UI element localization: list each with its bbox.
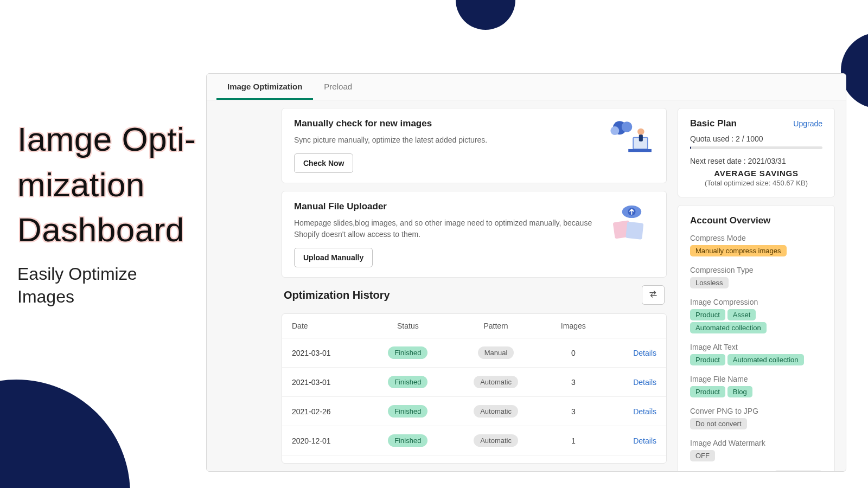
cell-pattern: Automatic xyxy=(450,397,541,426)
col-pattern: Pattern xyxy=(450,314,541,338)
account-overview-card: Account Overview Compress ModeManually c… xyxy=(678,205,835,471)
check-card-desc: Sync picture manually, optimize the late… xyxy=(294,134,595,146)
check-new-images-card: Manually check for new images Sync pictu… xyxy=(282,108,667,183)
average-savings-sub: (Total optimized size: 450.67 KB) xyxy=(690,179,822,187)
page-hero-title: Iamge Opti- mization Dashboard xyxy=(17,117,202,253)
col-action xyxy=(605,314,666,338)
decorative-circle-top xyxy=(456,0,515,30)
overview-row: Conver PNG to JPGDo not convert xyxy=(690,407,822,431)
page-hero-subtitle: Easily Optimize Images xyxy=(17,263,158,308)
table-row: 2021-03-01FinishedManual0Details xyxy=(282,338,666,368)
svg-point-5 xyxy=(637,129,644,135)
next-reset-label: Next reset date : 2021/03/31 xyxy=(690,157,822,165)
table-row: 2021-02-26FinishedAutomatic3Details xyxy=(282,397,666,426)
overview-title: Account Overview xyxy=(690,215,822,226)
history-title: Optimization History xyxy=(284,289,390,301)
details-link[interactable]: Details xyxy=(633,436,656,445)
upload-card-desc: Homepage slides,blog images, and so othe… xyxy=(294,217,595,240)
plan-name: Basic Plan xyxy=(690,118,737,129)
svg-rect-10 xyxy=(626,222,643,240)
cell-date: 2021-03-01 xyxy=(282,368,366,397)
col-date: Date xyxy=(282,314,366,338)
cell-pattern: Automatic xyxy=(450,368,541,397)
overview-row-label: Compression Type xyxy=(690,266,822,274)
quota-progress-bar xyxy=(690,146,822,149)
check-card-illustration xyxy=(604,118,654,162)
overview-tag: Product xyxy=(690,309,725,320)
table-row: 2021-03-01FinishedAutomatic3Details xyxy=(282,368,666,397)
cell-pattern: Manual xyxy=(450,338,541,368)
overview-tag: Do not convert xyxy=(690,418,747,429)
plan-card: Basic Plan Upgrade Quota used : 2 / 1000… xyxy=(678,108,835,197)
overview-row-label: Image Add Watermark xyxy=(690,439,822,447)
cell-date: 2020-12-01 xyxy=(282,426,366,455)
cell-images: 1 xyxy=(541,426,605,455)
overview-row: Image CompressionProductAssetAutomated c… xyxy=(690,298,822,335)
upgrade-link[interactable]: Upgrade xyxy=(793,119,822,128)
overview-row: Image Alt TextProductAutomated collectio… xyxy=(690,343,822,367)
cell-pattern: Automatic xyxy=(450,426,541,455)
cell-date: 2020-12-30 xyxy=(282,455,366,464)
svg-rect-6 xyxy=(639,134,643,141)
overview-row: Compress ModeManually compress images xyxy=(690,234,822,258)
cell-status: Finished xyxy=(366,338,450,368)
overview-tag: Manually compress images xyxy=(690,245,787,256)
cell-pattern: Automatic xyxy=(450,455,541,464)
overview-tag: Asset xyxy=(727,309,756,320)
cell-images: 1 xyxy=(541,455,605,464)
overview-row: Image File NameProductBlog xyxy=(690,375,822,399)
overview-row-label: Image Alt Text xyxy=(690,343,822,351)
check-now-button[interactable]: Check Now xyxy=(294,153,353,173)
table-row: 2020-12-01FinishedAutomatic1Details xyxy=(282,426,666,455)
overview-row-label: Compress Mode xyxy=(690,234,822,242)
refresh-button[interactable] xyxy=(642,285,665,305)
cell-status: Finished xyxy=(366,368,450,397)
history-table: Date Status Pattern Images 2021-03-01Fin… xyxy=(282,313,667,464)
overview-row-label: Conver PNG to JPG xyxy=(690,407,822,415)
tab-preload[interactable]: Preload xyxy=(313,74,363,100)
details-link[interactable]: Details xyxy=(633,378,656,387)
svg-point-2 xyxy=(610,126,619,135)
overview-row: Compression TypeLossless xyxy=(690,266,822,290)
overview-tag: Blog xyxy=(727,386,752,397)
cell-date: 2021-03-01 xyxy=(282,338,366,368)
cell-status: Finished xyxy=(366,455,450,464)
decorative-circle-bottom xyxy=(0,380,130,488)
quota-used-label: Quota used : 2 / 1000 xyxy=(690,134,822,143)
upload-manually-button[interactable]: Upload Manually xyxy=(294,248,373,267)
svg-point-1 xyxy=(622,121,633,132)
upload-card-illustration xyxy=(604,201,654,245)
overview-tag: Product xyxy=(690,386,725,397)
cell-status: Finished xyxy=(366,397,450,426)
cell-status: Finished xyxy=(366,426,450,455)
check-card-title: Manually check for new images xyxy=(294,118,595,129)
dashboard-window: Image Optimization Preload Manually chec… xyxy=(206,73,846,472)
tab-image-optimization[interactable]: Image Optimization xyxy=(216,74,313,100)
svg-rect-4 xyxy=(628,149,652,152)
overview-row: Image Add WatermarkOFF xyxy=(690,439,822,463)
cell-images: 0 xyxy=(541,338,605,368)
overview-row-label: Image Compression xyxy=(690,298,822,306)
table-row: 2020-12-30FinishedAutomatic1Details xyxy=(282,455,666,464)
col-status: Status xyxy=(366,314,450,338)
average-savings-title: AVERAGE SAVINGS xyxy=(690,169,822,178)
overview-tag: Product xyxy=(690,354,725,365)
cell-date: 2021-02-26 xyxy=(282,397,366,426)
overview-row-label: Image File Name xyxy=(690,375,822,383)
details-link[interactable]: Details xyxy=(633,407,656,416)
settings-button[interactable]: Settings xyxy=(774,471,822,471)
upload-card-title: Manual File Uploader xyxy=(294,201,595,212)
details-link[interactable]: Details xyxy=(633,349,656,357)
overview-tag: OFF xyxy=(690,450,715,461)
overview-tag: Automated collection xyxy=(690,322,767,333)
overview-tag: Automated collection xyxy=(727,354,804,365)
cell-images: 3 xyxy=(541,397,605,426)
overview-tag: Lossless xyxy=(690,277,729,288)
manual-uploader-card: Manual File Uploader Homepage slides,blo… xyxy=(282,191,667,278)
cell-images: 3 xyxy=(541,368,605,397)
tab-bar: Image Optimization Preload xyxy=(207,74,846,100)
col-images: Images xyxy=(541,314,605,338)
refresh-icon xyxy=(648,290,658,300)
